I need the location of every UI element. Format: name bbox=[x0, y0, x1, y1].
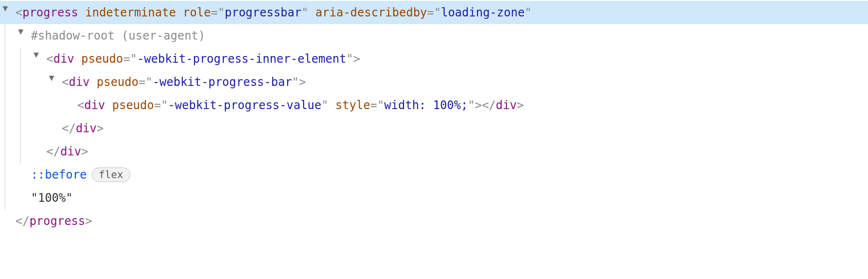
dom-node-close-div[interactable]: </div> bbox=[0, 140, 868, 163]
dom-node-close-div[interactable]: </div> bbox=[0, 117, 868, 140]
attr-name: indeterminate bbox=[85, 6, 176, 19]
dom-node-close-progress[interactable]: </progress> bbox=[0, 209, 868, 233]
attr-name: pseudo bbox=[81, 52, 123, 66]
pseudo-element-label: ::before bbox=[31, 168, 87, 181]
dom-node-progress-value[interactable]: ▼ <div pseudo="-webkit-progress-value" s… bbox=[0, 94, 868, 117]
dom-tree: ▼ <progress indeterminate role="progress… bbox=[0, 0, 868, 234]
attr-value: -webkit-progress-bar bbox=[153, 75, 292, 89]
tag-name: div bbox=[53, 52, 74, 66]
attr-value: -webkit-progress-inner-element bbox=[137, 52, 346, 66]
dom-node-progress-bar[interactable]: ▼ <div pseudo="-webkit-progress-bar"> bbox=[0, 70, 868, 94]
dom-pseudo-before[interactable]: ::before flex bbox=[0, 163, 868, 186]
attr-name: role bbox=[183, 6, 211, 19]
attr-value: -webkit-progress-value bbox=[168, 98, 322, 112]
attr-value: loading-zone bbox=[441, 6, 524, 19]
attr-name: aria-describedby bbox=[315, 6, 427, 19]
text-node-content: "100%" bbox=[31, 191, 73, 205]
shadow-root-label: #shadow-root (user-agent) bbox=[31, 29, 205, 42]
attr-name: style bbox=[336, 98, 370, 112]
dom-text-node[interactable]: "100%" bbox=[0, 186, 868, 209]
attr-value: progressbar bbox=[225, 6, 302, 19]
expand-arrow-icon[interactable]: ▼ bbox=[31, 49, 42, 59]
close-tag: progress bbox=[29, 214, 85, 228]
dom-node-progress[interactable]: ▼ <progress indeterminate role="progress… bbox=[0, 1, 868, 24]
attr-value: width: 100%; bbox=[384, 98, 468, 112]
dom-node-inner-element[interactable]: ▼ <div pseudo="-webkit-progress-inner-el… bbox=[0, 47, 868, 70]
close-tag: div bbox=[60, 145, 81, 158]
angle-bracket: < bbox=[15, 6, 22, 19]
close-tag: div bbox=[76, 122, 97, 135]
expand-arrow-icon[interactable]: ▼ bbox=[15, 26, 26, 36]
tag-name: progress bbox=[22, 6, 78, 19]
display-flex-badge[interactable]: flex bbox=[92, 167, 131, 182]
tag-name: div bbox=[84, 98, 105, 112]
shadow-root-node[interactable]: ▼ #shadow-root (user-agent) bbox=[0, 24, 868, 47]
attr-name: pseudo bbox=[112, 98, 154, 112]
expand-arrow-icon[interactable]: ▼ bbox=[0, 3, 11, 13]
attr-name: pseudo bbox=[97, 75, 139, 89]
tag-name: div bbox=[69, 75, 89, 89]
expand-arrow-icon[interactable]: ▼ bbox=[46, 72, 57, 83]
close-tag: div bbox=[496, 98, 517, 112]
